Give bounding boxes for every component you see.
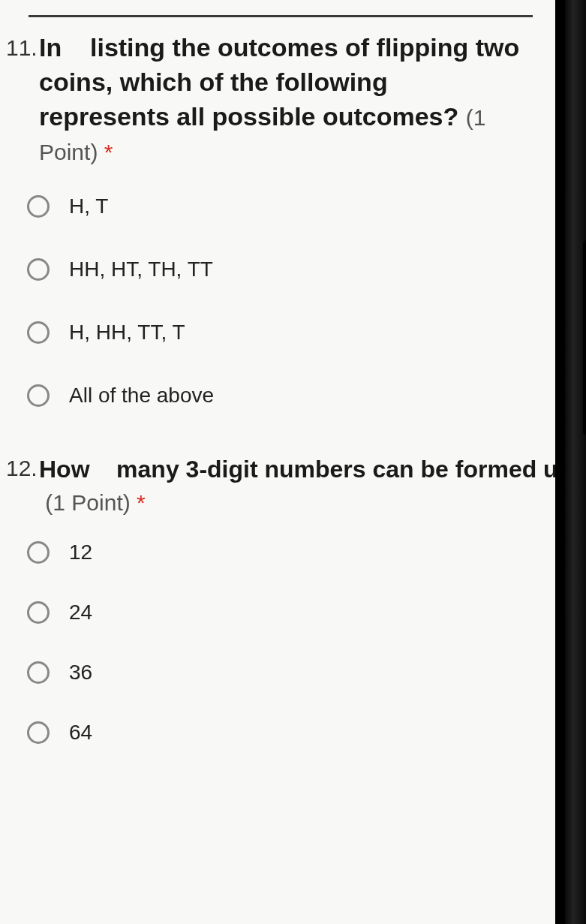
options-group-12: 12 24 36 64 <box>6 540 540 745</box>
option-11-2[interactable]: HH, HT, TH, TT <box>27 257 540 281</box>
phone-frame: 11. In listing the outcomes of flipping … <box>0 0 586 924</box>
points-label: (1 Point) * <box>39 490 146 515</box>
option-12-1[interactable]: 12 <box>27 540 540 564</box>
radio-icon <box>27 601 50 624</box>
question-text: How many 3-digit numbers can be formed u… <box>39 453 555 520</box>
option-label: HH, HT, TH, TT <box>69 257 213 281</box>
question-12: 12. How many 3-digit numbers can be form… <box>6 453 540 745</box>
option-11-3[interactable]: H, HH, TT, T <box>27 321 540 345</box>
option-label: 64 <box>69 721 92 745</box>
radio-icon <box>27 721 50 744</box>
options-group-11: H, T HH, HT, TH, TT H, HH, TT, T All of … <box>6 194 540 408</box>
option-label: H, HH, TT, T <box>69 321 185 345</box>
option-label: H, T <box>69 194 108 218</box>
radio-icon <box>27 384 50 407</box>
required-star: * <box>137 490 146 515</box>
required-star: * <box>104 140 113 164</box>
option-11-4[interactable]: All of the above <box>27 384 540 408</box>
option-label: All of the above <box>69 384 214 408</box>
phone-side-button <box>583 240 586 435</box>
form-screen: 11. In listing the outcomes of flipping … <box>0 0 555 924</box>
divider-line <box>29 15 533 17</box>
question-number: 11. <box>6 31 39 61</box>
radio-icon <box>27 541 50 564</box>
phone-bezel <box>565 0 586 924</box>
radio-icon <box>27 195 50 218</box>
option-12-2[interactable]: 24 <box>27 600 540 625</box>
option-11-1[interactable]: H, T <box>27 194 540 218</box>
radio-icon <box>27 661 50 684</box>
option-label: 12 <box>69 540 92 564</box>
option-label: 24 <box>69 600 92 625</box>
radio-icon <box>27 258 50 281</box>
option-label: 36 <box>69 661 92 685</box>
option-12-4[interactable]: 64 <box>27 721 540 745</box>
question-text: In listing the outcomes of flipping two … <box>39 31 540 169</box>
option-12-3[interactable]: 36 <box>27 661 540 685</box>
question-number: 12. <box>6 453 39 481</box>
question-11: 11. In listing the outcomes of flipping … <box>6 31 540 408</box>
radio-icon <box>27 321 50 344</box>
